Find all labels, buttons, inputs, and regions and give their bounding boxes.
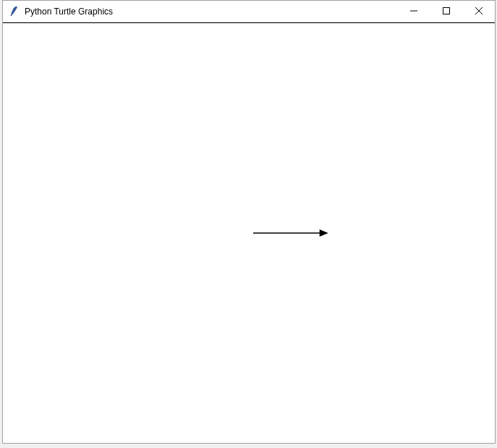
turtle-cursor-arrow	[320, 229, 328, 237]
close-button[interactable]	[462, 1, 495, 22]
minimize-button[interactable]	[397, 1, 430, 22]
svg-rect-1	[443, 8, 449, 14]
maximize-icon	[443, 6, 450, 17]
turtle-canvas	[3, 22, 495, 443]
turtle-drawing	[3, 23, 495, 443]
window-controls	[397, 1, 495, 22]
close-icon	[475, 6, 483, 17]
window-title: Python Turtle Graphics	[25, 7, 397, 17]
maximize-button[interactable]	[430, 1, 462, 22]
app-window: Python Turtle Graphics	[2, 0, 496, 444]
minimize-icon	[410, 6, 417, 17]
titlebar[interactable]: Python Turtle Graphics	[3, 1, 495, 22]
feather-icon	[9, 6, 20, 17]
